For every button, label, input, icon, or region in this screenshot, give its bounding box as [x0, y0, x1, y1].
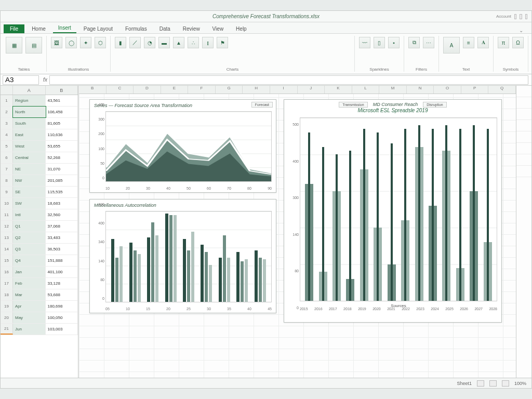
select-all-corner[interactable] [1, 86, 13, 95]
cell[interactable]: NW [13, 175, 46, 186]
table-row[interactable]: 19Apr180,698 [1, 301, 78, 312]
cell[interactable]: SW [13, 198, 46, 209]
cell[interactable]: West [13, 141, 46, 152]
table-row[interactable]: 10SW18,683 [1, 198, 78, 209]
equation-icon[interactable]: π [498, 37, 509, 48]
pie-chart-icon[interactable]: ◔ [144, 37, 155, 48]
map-chart-icon[interactable]: ⚑ [217, 37, 228, 48]
text-box-icon[interactable]: A [443, 37, 460, 54]
cell[interactable]: Intl [13, 209, 46, 220]
table-row[interactable]: 8NW201,085 [1, 175, 78, 187]
tab-data[interactable]: Data [154, 24, 176, 33]
tab-home[interactable]: Home [26, 24, 51, 33]
shapes-icon[interactable]: ◯ [65, 37, 77, 48]
area-chart-icon[interactable]: ▲ [173, 37, 184, 48]
cell[interactable]: East [13, 129, 46, 140]
table-row[interactable]: 5West53,655 [1, 141, 78, 152]
sparkline-winloss-icon[interactable]: ▪ [388, 37, 400, 48]
column-header[interactable]: L [352, 86, 380, 94]
table-row[interactable]: 2North106,458 [1, 107, 78, 118]
cell[interactable]: South [13, 118, 46, 129]
sparkline-line-icon[interactable]: 〰 [359, 37, 370, 48]
cell[interactable]: Jun [13, 324, 46, 335]
table-row[interactable]: 13Q233,483 [1, 232, 78, 244]
tab-formulas[interactable]: Formulas [120, 24, 152, 33]
table-row[interactable]: 14Q336,503 [1, 244, 78, 255]
row-header[interactable]: 21 [1, 324, 13, 335]
view-pagebreak-icon[interactable] [502, 380, 509, 387]
column-headers[interactable]: BCDEFGHIJKLMNOPQ [79, 86, 516, 94]
tab-insert[interactable]: Insert [53, 23, 76, 33]
row-header[interactable]: 9 [1, 187, 13, 197]
cell[interactable]: Region [13, 95, 46, 106]
cell[interactable]: 53,655 [46, 141, 78, 152]
cell[interactable]: 106,458 [46, 107, 78, 117]
cell[interactable]: 43,561 [46, 95, 78, 106]
cell[interactable]: 31,070 [46, 164, 78, 175]
data-panel[interactable]: A B 1Region43,5612North106,4583South81,6… [1, 86, 78, 378]
row-header[interactable]: 19 [1, 301, 13, 312]
file-tab[interactable]: File [4, 24, 24, 33]
column-header[interactable]: P [461, 86, 489, 94]
sheet-canvas[interactable]: BCDEFGHIJKLMNOPQ Series — Forecast Sourc… [78, 86, 516, 378]
table-row[interactable]: 17Feb33,128 [1, 278, 78, 289]
column-header[interactable]: K [325, 86, 352, 94]
data-rows[interactable]: 1Region43,5612North106,4583South81,6054E… [1, 95, 78, 335]
column-header[interactable]: I [270, 86, 298, 94]
row-header[interactable]: 8 [1, 175, 13, 186]
symbol-icon[interactable]: Ω [512, 37, 524, 48]
cell[interactable]: 180,698 [46, 301, 78, 312]
cell[interactable]: NE [13, 164, 46, 175]
cell[interactable]: 100,050 [46, 312, 78, 323]
column-header[interactable]: J [298, 86, 325, 94]
sheet-tab[interactable]: Sheet1 [457, 381, 472, 386]
tab-review[interactable]: Review [178, 24, 205, 33]
header-footer-icon[interactable]: ≡ [463, 37, 474, 48]
row-header[interactable]: 7 [1, 164, 13, 175]
column-header[interactable]: F [188, 86, 216, 94]
cell[interactable]: Q3 [13, 244, 46, 255]
chart-area[interactable]: Series — Forecast Source Area Transforma… [89, 99, 276, 193]
bar-chart-icon[interactable]: ▬ [158, 37, 170, 48]
formula-input[interactable] [49, 75, 528, 85]
column-header[interactable]: B [79, 86, 107, 94]
column-header[interactable]: G [216, 86, 243, 94]
cell[interactable]: Jan [13, 267, 46, 277]
table-row[interactable]: 21Jun103,003 [1, 324, 78, 335]
cell[interactable]: Apr [13, 301, 46, 312]
maximize-button[interactable] [520, 14, 522, 19]
column-header[interactable]: Q [488, 86, 516, 94]
cell[interactable]: North [13, 107, 46, 117]
column-header[interactable]: N [407, 86, 434, 94]
cell[interactable]: 37,068 [46, 221, 78, 232]
column-header[interactable]: M [379, 86, 407, 94]
chart-bars-big[interactable]: Transmission MD Consumer Reach Disruptio… [284, 99, 502, 323]
table-row[interactable]: 11Intl32,560 [1, 209, 78, 221]
row-header[interactable]: 4 [1, 129, 13, 140]
cell[interactable]: 18,683 [46, 198, 78, 209]
cell[interactable]: 53,688 [46, 289, 78, 300]
cell[interactable]: May [13, 312, 46, 323]
pivot-table-icon[interactable]: ▦ [6, 37, 22, 54]
cell[interactable]: 401,100 [46, 267, 78, 277]
cell[interactable]: SE [13, 187, 46, 197]
row-header[interactable]: 17 [1, 278, 13, 289]
close-button[interactable] [525, 14, 527, 19]
table-row[interactable]: 15Q4151,888 [1, 255, 78, 267]
sparkline-column-icon[interactable]: ▯ [374, 37, 385, 48]
row-header[interactable]: 6 [1, 152, 13, 163]
cell[interactable]: Central [13, 152, 46, 163]
row-header[interactable]: 15 [1, 255, 13, 266]
column-header[interactable]: E [161, 86, 189, 94]
account-hint[interactable]: Account [496, 14, 511, 19]
view-normal-icon[interactable] [477, 380, 484, 387]
cell[interactable]: Q1 [13, 221, 46, 232]
chart-bars-small[interactable]: Miscellaneous Autocorrelation 4904003401… [89, 199, 276, 313]
column-header[interactable]: H [243, 86, 270, 94]
table-row[interactable]: 3South81,605 [1, 118, 78, 129]
view-pagelayout-icon[interactable] [489, 380, 497, 387]
row-header[interactable]: 12 [1, 221, 13, 232]
row-header[interactable]: 20 [1, 312, 13, 323]
tab-help[interactable]: Help [231, 24, 252, 33]
cell[interactable]: 81,605 [46, 118, 78, 129]
